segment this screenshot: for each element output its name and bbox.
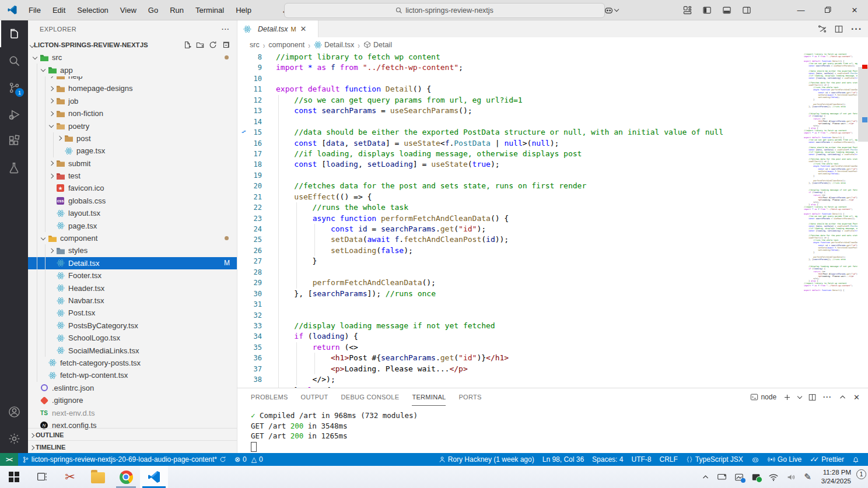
folder-app[interactable]: app <box>28 64 237 76</box>
status-copilot[interactable] <box>747 453 764 466</box>
new-terminal-icon[interactable] <box>783 394 791 401</box>
line-number[interactable]: 32 <box>237 310 276 321</box>
line-number[interactable]: 26 <box>237 245 276 256</box>
file-page.tsx[interactable]: page.tsx <box>28 219 237 231</box>
line-number[interactable]: 19 <box>237 170 276 181</box>
line-number[interactable]: 9 <box>237 62 276 73</box>
maximize-panel-icon[interactable] <box>839 394 846 401</box>
status-go-live[interactable]: Go Live <box>764 453 806 466</box>
menu-run[interactable]: Run <box>164 3 189 17</box>
line-number[interactable]: 10 <box>237 73 276 84</box>
code-editor[interactable]: 8910111213141516171819202122232425262728… <box>237 52 868 388</box>
task-view-button[interactable] <box>28 466 56 488</box>
tab-detail-tsx[interactable]: Detail.tsx M ✕ <box>237 20 318 37</box>
refresh-icon[interactable] <box>209 41 217 49</box>
timeline-section[interactable]: TIMELINE <box>28 440 237 453</box>
file-postsbycategory.tsx[interactable]: PostsByCategory.tsx <box>28 320 237 332</box>
line-number[interactable]: 11 <box>237 84 276 94</box>
line-number[interactable]: 38 <box>237 374 276 385</box>
security-tray-icon[interactable] <box>751 473 761 482</box>
file-post.tsx[interactable]: Post.tsx <box>28 307 237 319</box>
status-spaces-4[interactable]: Spaces: 4 <box>588 453 627 466</box>
testing-activity-icon[interactable] <box>0 155 28 181</box>
line-number[interactable]: 33 <box>237 321 276 331</box>
settings-gear-icon[interactable] <box>0 425 28 452</box>
toggle-panel-icon[interactable] <box>722 6 732 15</box>
menu-edit[interactable]: Edit <box>47 3 71 17</box>
line-number[interactable]: 23 <box>237 213 276 224</box>
explorer-more-actions-icon[interactable]: ··· <box>222 26 230 33</box>
line-number[interactable]: 21 <box>237 192 276 202</box>
photos-tray-icon[interactable] <box>734 473 744 482</box>
breadcrumb-detail-tsx[interactable]: Detail.tsx <box>314 41 354 49</box>
status-rory-hackney-1-week-ago-[interactable]: Rory Hackney (1 week ago) <box>435 453 538 466</box>
copilot-menu[interactable] <box>604 5 618 15</box>
line-number[interactable]: 24 <box>237 224 276 234</box>
breadcrumb-component[interactable]: component <box>268 41 304 49</box>
panel-tab-terminal[interactable]: TERMINAL <box>412 388 446 406</box>
collapse-all-icon[interactable] <box>222 41 230 49</box>
breadcrumb-src[interactable]: src <box>250 41 260 49</box>
file-next-env.d.ts[interactable]: TSnext-env.d.ts <box>28 406 237 419</box>
toggle-secondary-sidebar-icon[interactable] <box>742 6 751 15</box>
line-number[interactable]: 30 <box>237 289 276 299</box>
display-tray-icon[interactable] <box>717 473 727 482</box>
file-.gitignore[interactable]: .gitignore <box>28 394 237 406</box>
outline-section[interactable]: OUTLINE <box>28 428 237 441</box>
line-number[interactable]: 34 <box>237 331 276 342</box>
file-detail.tsx[interactable]: Detail.tsxM <box>28 257 237 269</box>
file-socialmedialinks.tsx[interactable]: SocialMediaLinks.tsx <box>28 344 237 356</box>
chrome-button[interactable] <box>112 466 140 488</box>
line-number[interactable]: 14 <box>237 117 276 127</box>
menu-go[interactable]: Go <box>143 3 163 17</box>
taskbar-clock[interactable]: 11:28 PM 3/24/2025 <box>821 468 851 486</box>
status-utf-8[interactable]: UTF-8 <box>627 453 655 466</box>
file-footer.tsx[interactable]: Footer.tsx <box>28 269 237 282</box>
folder-post[interactable]: post <box>28 132 237 145</box>
panel-more-actions-icon[interactable]: ··· <box>823 393 832 401</box>
problems-item[interactable]: ⊗0 △0 <box>230 453 267 466</box>
close-button[interactable]: ✕ <box>841 0 868 20</box>
line-number[interactable]: 35 <box>237 342 276 353</box>
overview-ruler-scrollbar[interactable] <box>858 52 868 388</box>
command-center-search[interactable]: licton-springs-review-nextjs <box>284 3 605 18</box>
tray-expand-icon[interactable] <box>702 473 709 481</box>
branch-item[interactable]: licton-springs-review-nextjs-20-69-load-… <box>18 453 230 466</box>
split-terminal-icon[interactable] <box>808 394 816 401</box>
line-number[interactable]: 12 <box>237 95 276 106</box>
snipping-tool-button[interactable]: ✂ <box>56 466 84 488</box>
menu-selection[interactable]: Selection <box>72 3 113 17</box>
folder-src[interactable]: src <box>28 51 237 64</box>
search-activity-icon[interactable] <box>0 47 28 74</box>
status-prettier[interactable]: ✓✓Prettier <box>806 453 848 466</box>
file-header.tsx[interactable]: Header.tsx <box>28 282 237 294</box>
minimize-button[interactable]: — <box>788 0 814 20</box>
file-favicon.ico[interactable]: ★favicon.ico <box>28 182 237 194</box>
line-number[interactable]: 29 <box>237 278 276 288</box>
volume-tray-icon[interactable] <box>786 473 796 482</box>
status-ln-98-col-36[interactable]: Ln 98, Col 36 <box>538 453 588 466</box>
line-number[interactable]: 15 <box>237 127 276 138</box>
folder-test[interactable]: test <box>28 170 237 182</box>
status-bell[interactable] <box>848 453 863 466</box>
menu-terminal[interactable]: Terminal <box>190 3 229 17</box>
line-number[interactable]: 27 <box>237 256 276 266</box>
wifi-tray-icon[interactable] <box>768 473 779 482</box>
folder-component[interactable]: component <box>28 232 237 244</box>
vscode-taskbar-button[interactable] <box>140 466 168 488</box>
folder-job[interactable]: job <box>28 95 237 107</box>
source-control-activity-icon[interactable]: 1 <box>0 74 28 101</box>
toggle-sidebar-icon[interactable] <box>702 6 712 15</box>
file-schoollogo.tsx[interactable]: SchoolLogo.tsx <box>28 332 237 344</box>
split-editor-icon[interactable] <box>835 25 843 33</box>
file-fetch-wp-content.tsx[interactable]: fetch-wp-content.tsx <box>28 369 237 381</box>
line-number[interactable]: 13 <box>237 106 276 116</box>
open-changes-icon[interactable] <box>818 24 827 33</box>
line-number[interactable]: 36 <box>237 353 276 363</box>
folder-homepage-designs[interactable]: homepage-designs <box>28 82 237 94</box>
line-number[interactable]: 20 <box>237 181 276 191</box>
line-number[interactable]: 16 <box>237 138 276 149</box>
folder-submit[interactable]: submit <box>28 157 237 170</box>
folder-non-fiction[interactable]: non-fiction <box>28 107 237 120</box>
menu-file[interactable]: File <box>23 3 46 17</box>
